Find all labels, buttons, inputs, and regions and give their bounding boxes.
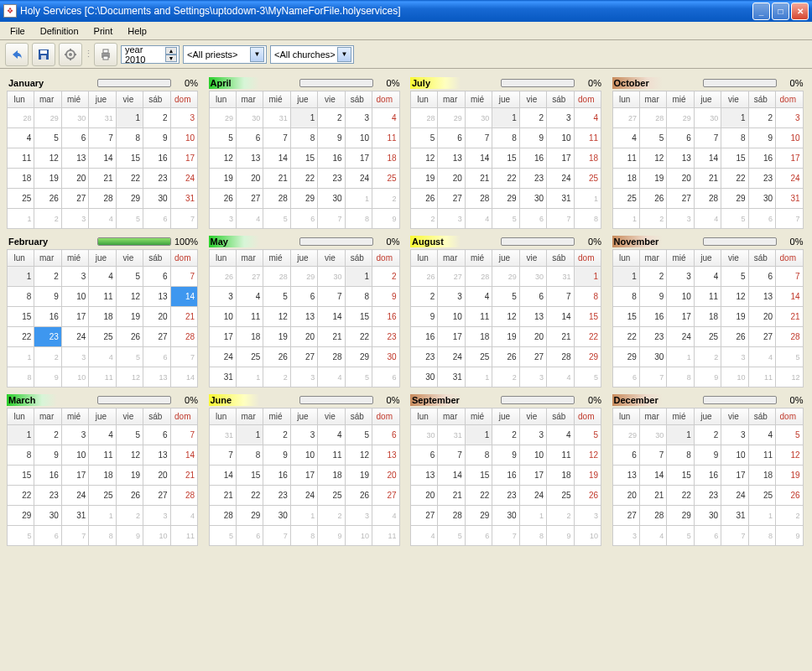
day-cell[interactable]: 18 — [748, 466, 775, 486]
day-cell[interactable]: 25 — [236, 347, 263, 367]
day-cell[interactable]: 21 — [694, 169, 721, 189]
day-cell[interactable]: 26 — [116, 327, 143, 347]
day-cell[interactable]: 13 — [748, 287, 775, 307]
day-cell[interactable]: 11 — [8, 148, 34, 169]
day-cell[interactable]: 13 — [143, 287, 170, 307]
day-cell[interactable]: 8 — [492, 128, 519, 148]
day-cell[interactable]: 5 — [345, 425, 372, 445]
day-cell[interactable]: 28 — [318, 347, 345, 367]
day-cell[interactable]: 13 — [290, 307, 317, 327]
day-cell[interactable]: 22 — [667, 486, 694, 506]
day-cell[interactable]: 10 — [61, 287, 88, 307]
day-cell[interactable]: 14 — [465, 148, 492, 169]
year-down[interactable]: ▼ — [165, 55, 177, 62]
day-cell[interactable]: 2 — [748, 108, 775, 128]
day-cell[interactable]: 10 — [519, 445, 546, 466]
day-cell[interactable]: 27 — [612, 506, 639, 526]
day-cell[interactable]: 7 — [89, 128, 116, 148]
day-cell[interactable]: 2 — [143, 108, 170, 128]
day-cell[interactable]: 20 — [61, 169, 88, 189]
day-cell[interactable]: 31 — [61, 506, 88, 526]
day-cell[interactable]: 17 — [721, 466, 748, 486]
day-cell[interactable]: 5 — [574, 425, 601, 445]
day-cell[interactable]: 20 — [612, 486, 639, 506]
day-cell[interactable]: 27 — [143, 486, 170, 506]
day-cell[interactable]: 3 — [721, 425, 748, 445]
day-cell[interactable]: 23 — [639, 327, 666, 347]
day-cell[interactable]: 12 — [34, 148, 61, 169]
day-cell[interactable]: 5 — [209, 128, 236, 148]
day-cell[interactable]: 3 — [61, 425, 88, 445]
day-cell[interactable]: 13 — [143, 445, 170, 466]
day-cell[interactable]: 1 — [345, 267, 372, 287]
day-cell[interactable]: 24 — [721, 486, 748, 506]
day-cell[interactable]: 30 — [519, 189, 546, 209]
day-cell[interactable]: 21 — [776, 307, 803, 327]
day-cell[interactable]: 17 — [209, 327, 236, 347]
day-cell[interactable]: 4 — [236, 287, 263, 307]
day-cell[interactable]: 18 — [612, 169, 639, 189]
day-cell[interactable]: 7 — [694, 128, 721, 148]
settings-button[interactable] — [59, 43, 82, 66]
day-cell[interactable]: 21 — [438, 486, 465, 506]
day-cell[interactable]: 20 — [236, 169, 263, 189]
day-cell[interactable]: 16 — [372, 307, 399, 327]
menu-print[interactable]: Print — [87, 24, 120, 38]
day-cell[interactable]: 12 — [209, 148, 236, 169]
day-cell[interactable]: 9 — [34, 287, 61, 307]
day-cell[interactable]: 16 — [143, 148, 170, 169]
day-cell[interactable]: 10 — [667, 287, 694, 307]
day-cell[interactable]: 14 — [694, 148, 721, 169]
day-cell[interactable]: 31 — [170, 189, 197, 209]
day-cell[interactable]: 16 — [519, 148, 546, 169]
day-cell[interactable]: 2 — [411, 287, 438, 307]
day-cell[interactable]: 4 — [89, 267, 116, 287]
day-cell[interactable]: 16 — [263, 466, 290, 486]
day-cell[interactable]: 11 — [574, 128, 601, 148]
day-cell[interactable]: 10 — [209, 307, 236, 327]
day-cell[interactable]: 7 — [438, 445, 465, 466]
day-cell[interactable]: 23 — [748, 169, 775, 189]
day-cell[interactable]: 17 — [170, 148, 197, 169]
day-cell[interactable]: 6 — [290, 287, 317, 307]
day-cell[interactable]: 19 — [492, 327, 519, 347]
day-cell[interactable]: 25 — [89, 327, 116, 347]
day-cell[interactable]: 18 — [694, 307, 721, 327]
day-cell[interactable]: 4 — [465, 287, 492, 307]
day-cell[interactable]: 14 — [170, 445, 197, 466]
day-cell[interactable]: 17 — [345, 148, 372, 169]
save-button[interactable] — [32, 43, 55, 66]
menu-help[interactable]: Help — [121, 24, 154, 38]
day-cell[interactable]: 23 — [318, 169, 345, 189]
day-cell[interactable]: 24 — [519, 486, 546, 506]
day-cell[interactable]: 30 — [372, 347, 399, 367]
close-button[interactable]: ✕ — [791, 3, 809, 20]
day-cell[interactable]: 1 — [116, 108, 143, 128]
day-cell[interactable]: 10 — [345, 128, 372, 148]
day-cell[interactable]: 9 — [318, 128, 345, 148]
day-cell[interactable]: 9 — [492, 445, 519, 466]
day-cell[interactable]: 13 — [236, 148, 263, 169]
day-cell[interactable]: 6 — [667, 128, 694, 148]
day-cell[interactable]: 25 — [574, 169, 601, 189]
day-cell[interactable]: 12 — [345, 445, 372, 466]
day-cell[interactable]: 11 — [318, 445, 345, 466]
day-cell[interactable]: 21 — [318, 327, 345, 347]
day-cell[interactable]: 8 — [290, 128, 317, 148]
day-cell[interactable]: 11 — [89, 445, 116, 466]
day-cell[interactable]: 9 — [34, 445, 61, 466]
day-cell[interactable]: 30 — [411, 367, 438, 388]
day-cell[interactable]: 22 — [8, 327, 34, 347]
day-cell[interactable]: 25 — [89, 486, 116, 506]
day-cell[interactable]: 9 — [748, 128, 775, 148]
day-cell[interactable]: 30 — [694, 506, 721, 526]
day-cell[interactable]: 11 — [612, 148, 639, 169]
day-cell[interactable]: 24 — [438, 347, 465, 367]
day-cell[interactable]: 16 — [694, 466, 721, 486]
day-cell[interactable]: 20 — [667, 169, 694, 189]
day-cell[interactable]: 22 — [345, 327, 372, 347]
day-cell[interactable]: 1 — [721, 108, 748, 128]
day-cell[interactable]: 9 — [143, 128, 170, 148]
day-cell[interactable]: 9 — [372, 287, 399, 307]
day-cell[interactable]: 3 — [438, 287, 465, 307]
